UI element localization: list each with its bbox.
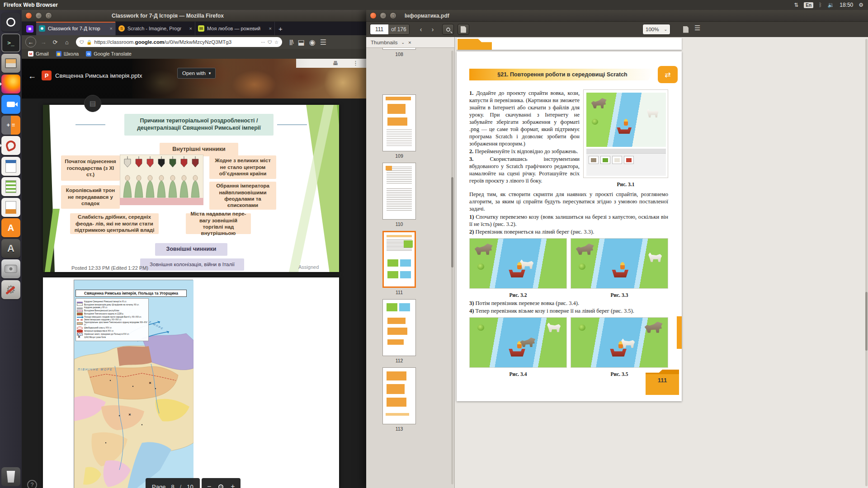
dock-item-ubuntu-dash[interactable] — [1, 13, 20, 32]
thumbnail-page-113[interactable] — [382, 367, 416, 424]
zoom-out-button[interactable]: − — [207, 483, 211, 488]
url-text[interactable]: https://classroom.google.com/u/0/w/MzkwM… — [94, 39, 259, 45]
zoom-level-dropdown[interactable]: 100%⌄ — [642, 24, 670, 35]
more-options-icon[interactable]: ⋮ — [353, 60, 359, 66]
minimize-button[interactable]: − — [35, 12, 42, 19]
factor-box: Слабкість дрібних, середніх феода- лів, … — [70, 213, 159, 234]
sidebar-dropdown-icon[interactable]: ⌄ — [401, 40, 405, 45]
thumbnail-page-109[interactable] — [382, 94, 416, 151]
legend-item: Володіння Венеціанської республіки — [77, 310, 147, 312]
bookmark-translate[interactable]: GGoogle Translate — [86, 51, 132, 56]
account-icon[interactable]: ◉ — [309, 38, 316, 47]
dock-item-libreoffice-writer[interactable] — [1, 157, 20, 176]
annotate-button[interactable] — [458, 24, 469, 35]
shield-badge-icon[interactable]: 🛡 — [268, 40, 272, 45]
menu-hamburger-icon[interactable]: ☰ — [694, 24, 700, 32]
pinned-tab[interactable] — [26, 25, 33, 33]
file-preview-header: ← P Священна Римська імперія.pptx Open w… — [22, 59, 366, 99]
reload-button[interactable]: ⟳ — [51, 39, 60, 46]
search-button[interactable] — [442, 24, 454, 35]
dock-item-system-tools[interactable]: ⚙ — [1, 280, 20, 299]
bluetooth-icon[interactable]: ᛒ — [819, 2, 822, 8]
menu-hamburger-icon[interactable]: ☰ — [320, 38, 326, 47]
clock[interactable]: 18:50 — [840, 2, 853, 8]
boat-sprite — [612, 268, 629, 277]
url-bar[interactable]: 🛡 🔒 https://classroom.google.com/u/0/w/M… — [76, 37, 282, 47]
dock-item-libreoffice-calc[interactable] — [1, 177, 20, 196]
thumbnail-page-108[interactable] — [382, 48, 416, 50]
zoom-in-button[interactable]: + — [231, 483, 235, 488]
keyboard-layout-indicator[interactable]: En — [804, 2, 813, 8]
thumbnail-page-110[interactable] — [382, 163, 416, 220]
legend-item: Кордони Священної Римської імперії в XI … — [77, 300, 147, 303]
dock-item-calculator[interactable]: + = — [1, 116, 20, 135]
next-page-button[interactable]: › — [427, 24, 439, 35]
page-actions-icon[interactable]: ⋯ — [261, 40, 265, 45]
tab-2[interactable]: SScratch - Imagine, Progr× — [116, 22, 195, 35]
tracking-shield-icon[interactable]: 🛡 — [80, 40, 84, 45]
pdf-titlebar[interactable]: − ◻ Інформатика.pdf — [366, 10, 868, 22]
slide-8[interactable]: Причини територіальної роздробленості / … — [43, 105, 339, 272]
thumbnail-page-111[interactable] — [382, 231, 416, 288]
pdf-toolbar: 111 of 176 ‹ › 100%⌄ ☰ — [366, 22, 868, 37]
dock-item-terminal[interactable]: >_ — [1, 33, 20, 52]
legend-swatch — [77, 322, 83, 325]
dock-item-firefox[interactable] — [1, 75, 20, 94]
trash-icon[interactable] — [1, 467, 20, 486]
dock-item-zoom-app[interactable] — [1, 95, 20, 114]
legend-swatch — [77, 317, 83, 318]
maximize-button[interactable]: ◻ — [45, 12, 52, 19]
zoom-glass-icon[interactable]: + — [218, 484, 223, 488]
bookmark-page-icon[interactable] — [680, 24, 692, 35]
tab-close-icon[interactable]: × — [189, 26, 192, 31]
prev-page-button[interactable]: ‹ — [415, 24, 427, 35]
dock-item-file-cabinet[interactable] — [1, 54, 20, 73]
document-viewer-icon — [5, 139, 17, 152]
sidebar-close-icon[interactable]: × — [408, 40, 411, 45]
previous-page-bottom — [457, 38, 682, 50]
close-button[interactable] — [370, 12, 377, 19]
back-button[interactable]: ← — [25, 37, 36, 47]
page-number-box[interactable]: 111 of 176 — [370, 24, 410, 35]
network-icon[interactable]: ⇅ — [794, 2, 798, 8]
volume-icon[interactable]: 🔉 — [827, 2, 834, 8]
bookmark-star-icon[interactable]: ☆ — [274, 40, 278, 45]
print-icon[interactable]: 🖶 — [333, 60, 338, 66]
map-legend: Кордони Священної Римської імперії в XI … — [75, 298, 149, 341]
maximize-button[interactable]: ◻ — [390, 12, 396, 19]
tab-close-icon[interactable]: × — [110, 26, 113, 31]
slide-nav-avatar[interactable]: ▤ — [84, 95, 101, 112]
library-icon[interactable]: |||\ — [289, 39, 293, 45]
tab-close-icon[interactable]: × — [269, 26, 272, 31]
thumbnail-label: 110 — [382, 221, 416, 227]
home-button[interactable]: ⌂ — [62, 39, 71, 46]
document-scrollbar[interactable] — [865, 39, 868, 486]
thumbnail-page-112[interactable] — [382, 299, 416, 356]
dock-item-metallic-a-app[interactable]: A — [1, 239, 20, 258]
sidebar-toggle-icon[interactable]: ⬓ — [298, 38, 305, 47]
help-button[interactable]: ? — [27, 480, 37, 488]
tab-1[interactable]: Classwork for 7-Д Істор× — [36, 22, 116, 35]
bookmark-gmail[interactable]: MGmail — [28, 51, 49, 56]
sidebar-title[interactable]: Thumbnails — [371, 40, 397, 45]
numbered-item: 2. Перейменуйте їх відповідно до зображе… — [469, 148, 580, 155]
tab-3[interactable]: Моя любов — рожевий× — [195, 22, 275, 35]
dock-item-document-viewer[interactable] — [1, 136, 20, 155]
forward-button[interactable]: → — [39, 39, 48, 46]
new-tab-button[interactable]: + — [278, 25, 283, 33]
sidebar-scrollbar[interactable] — [451, 51, 453, 484]
dock-item-disks[interactable] — [1, 259, 20, 278]
session-gear-icon[interactable]: ⚙ — [859, 2, 863, 8]
dock-item-software-store[interactable]: A — [1, 218, 20, 237]
svg-text:ПІВНІЧНЕ МОРЕ: ПІВНІЧНЕ МОРЕ — [78, 368, 113, 371]
bookmark-school[interactable]: ▦Школа — [56, 51, 79, 56]
back-arrow-icon[interactable]: ← — [28, 71, 36, 81]
minimize-button[interactable]: − — [380, 12, 387, 19]
page-input[interactable]: 111 — [370, 24, 388, 34]
dock-item-libreoffice-impress[interactable] — [1, 198, 20, 217]
section-icon: ⇄ — [658, 66, 678, 83]
close-button[interactable] — [25, 12, 32, 19]
firefox-titlebar[interactable]: − ◻ Classwork for 7-Д Історія — Mozilla … — [22, 10, 366, 22]
open-with-button[interactable]: Open with▾ — [177, 68, 216, 79]
slide-map[interactable]: ✕ ✕ ПІВНІЧНЕ МОРЕ БАЛТІЙСЬКЕ МОРЕ Священ… — [43, 277, 339, 488]
